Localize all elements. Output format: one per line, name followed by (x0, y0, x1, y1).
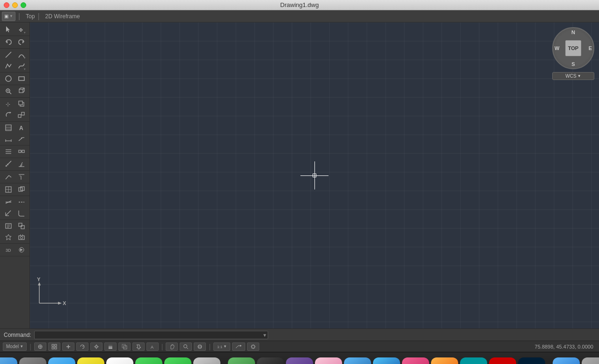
svg-rect-23 (6, 125, 11, 131)
close-button[interactable] (4, 2, 9, 8)
svg-rect-86 (52, 347, 54, 349)
fillet-tool[interactable] (15, 208, 28, 219)
status-sep-1: | (29, 343, 31, 350)
dock-item-books[interactable]: 📚 (431, 357, 458, 364)
lineweight-button[interactable] (104, 342, 117, 351)
viewport-tool[interactable] (2, 184, 15, 195)
custom-tool-1[interactable] (2, 197, 15, 208)
move-tool[interactable]: ⊹ (2, 98, 15, 109)
view3d-tool[interactable]: 3D (2, 244, 15, 255)
rectangle-tool[interactable] (15, 73, 28, 84)
leader-tool[interactable] (15, 133, 28, 145)
pan-tool[interactable]: ✥ ▾ (15, 24, 28, 35)
dock-item-finder[interactable]: 🖥 (0, 357, 17, 364)
render-tool[interactable] (15, 244, 28, 255)
workspace-button[interactable]: ▣ ▼ (2, 12, 15, 21)
dock-item-safari[interactable]: 🌊 (48, 357, 75, 364)
dock-item-notes[interactable]: 📝 (77, 357, 104, 364)
circle-tool[interactable] (2, 73, 15, 84)
wcs-indicator[interactable]: WCS ▼ (552, 72, 594, 80)
scale-label: 1:1 (217, 343, 222, 350)
properties-tool[interactable] (2, 220, 15, 232)
compass-south: S (571, 61, 575, 67)
view-label-top[interactable]: Top (26, 13, 35, 20)
left-toolbar: ✥ ▾ ▾ (0, 22, 30, 328)
lighting-tool[interactable] (2, 232, 15, 243)
zoom-tool[interactable] (2, 86, 15, 97)
3dorbit-button[interactable] (194, 342, 206, 351)
dim-tool[interactable] (2, 133, 15, 145)
3dview-tool[interactable] (15, 86, 28, 97)
model-dropdown-icon: ▼ (20, 344, 23, 349)
insert-tool[interactable] (15, 220, 28, 232)
dock-item-appstore[interactable]: 🅰 (373, 357, 400, 364)
trim-tool[interactable] (15, 171, 28, 182)
dock-item-music[interactable]: 🎵 (402, 357, 429, 364)
polar-button[interactable] (76, 342, 88, 351)
status-sep-3: | (209, 343, 211, 350)
dock-item-safari2[interactable]: 🧭 (344, 357, 371, 364)
dock-item-imovie[interactable]: ⭐ (286, 357, 313, 364)
snap-tool[interactable] (2, 171, 15, 182)
spline-tool[interactable]: ▾ (15, 60, 28, 72)
svg-rect-11 (19, 89, 23, 93)
scale-button[interactable]: 1:1 ▼ (213, 342, 230, 351)
canvas-area[interactable]: Y X N S W E TOP WCS ▼ (30, 22, 599, 328)
compass-ring[interactable]: N S W E TOP (552, 27, 594, 69)
scale-tool[interactable] (15, 109, 28, 121)
text-tool[interactable]: A (15, 122, 28, 133)
custom-tool-2[interactable] (15, 197, 28, 208)
undo-tool[interactable] (2, 36, 15, 48)
annotation-button[interactable]: A (146, 342, 159, 351)
selection-button[interactable] (132, 342, 145, 351)
hand-button[interactable] (166, 342, 178, 351)
transparency-button[interactable] (118, 342, 131, 351)
grid-button[interactable] (48, 342, 60, 351)
dock-item-trash[interactable]: 🗑 (582, 357, 599, 364)
layer-tool[interactable] (2, 146, 15, 157)
svg-rect-67 (21, 226, 24, 229)
drawing-canvas[interactable] (30, 22, 599, 328)
dock-item-calendar[interactable]: 13 (106, 357, 133, 364)
minimize-button[interactable] (12, 2, 18, 8)
line-tool[interactable] (2, 49, 15, 60)
wireframe-label[interactable]: 2D Wireframe (45, 13, 80, 20)
command-input[interactable] (34, 331, 268, 339)
svg-rect-111 (252, 345, 255, 348)
dock-item-autocad[interactable]: A (489, 357, 516, 364)
dock-item-files[interactable]: 📁 (553, 357, 580, 364)
measure-tool[interactable] (2, 159, 15, 170)
chamfer-tool[interactable] (2, 208, 15, 219)
maximize-button[interactable] (21, 2, 26, 8)
dock-item-garageband[interactable]: 🎸 (257, 357, 284, 364)
camera-tool[interactable] (15, 232, 28, 243)
select-tool[interactable] (2, 24, 15, 35)
snap-button[interactable] (34, 342, 46, 351)
copy-tool[interactable] (15, 98, 28, 109)
xref-tool[interactable] (15, 184, 28, 195)
ortho-button[interactable] (62, 342, 74, 351)
viewcube[interactable]: N S W E TOP WCS ▼ (552, 27, 594, 102)
model-tab-button[interactable]: Model ▼ (3, 342, 27, 351)
viewport-scale-button[interactable] (232, 342, 245, 351)
dock-item-messages[interactable]: 💬 (164, 357, 191, 364)
viewcube-top[interactable]: TOP (565, 40, 581, 56)
dock-item-facetime[interactable]: 📹 (135, 357, 162, 364)
dock-item-photoshop[interactable]: Ps (518, 357, 545, 364)
rotate-tool[interactable] (2, 109, 15, 121)
dock-item-contacts[interactable]: 📱 (193, 357, 220, 364)
zoom-status-button[interactable] (180, 342, 192, 351)
redo-tool[interactable] (15, 36, 28, 48)
dock-item-launchpad[interactable]: 🚀 (19, 357, 46, 364)
dock-item-arduino[interactable]: ⊙ (460, 357, 487, 364)
command-dropdown[interactable]: ▼ (263, 332, 267, 337)
dock-item-photos[interactable]: 🌸 (315, 357, 342, 364)
block-tool[interactable] (15, 146, 28, 157)
arc-tool[interactable]: ▾ (15, 49, 28, 60)
osnap-button[interactable] (90, 342, 102, 351)
hatch-tool[interactable] (2, 122, 15, 133)
angle-tool[interactable] (15, 159, 28, 170)
dock-item-numbers[interactable]: 📊 (228, 357, 255, 364)
hardware-button[interactable] (247, 342, 259, 351)
polyline-tool[interactable] (2, 60, 15, 72)
